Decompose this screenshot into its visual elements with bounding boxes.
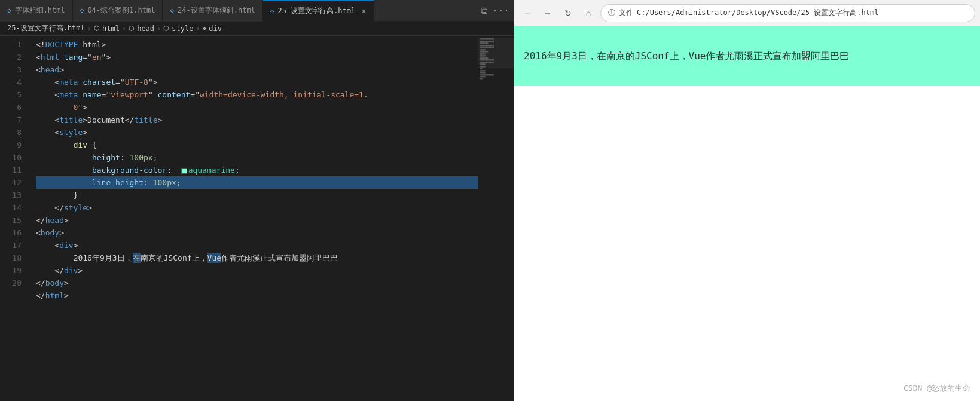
style-icon: ⬡ (163, 25, 169, 32)
tab-bar-actions: ⧉ ··· (476, 5, 514, 16)
code-line-1: <!DOCTYPE html> (36, 38, 478, 51)
tab-25行高[interactable]: ◇ 25-设置文字行高.html ✕ (263, 0, 374, 22)
code-line-18: </div> (36, 264, 478, 277)
address-path: C:/Users/Administrator/Desktop/VScode/25… (637, 8, 878, 18)
div-icon: ❖ (203, 25, 207, 32)
code-line-2: <html lang="en"> (36, 51, 478, 63)
browser-content: 2016年9月3日，在南京的JSConf上，Vue作者尤雨溪正式宣布加盟阿里巴巴… (514, 26, 980, 401)
tab-close-button[interactable]: ✕ (361, 6, 366, 16)
reload-icon: ↻ (564, 8, 572, 18)
code-line-15: <body> (36, 226, 478, 239)
tab-bar: ◇ 字体粗细.html ◇ 04-综合案例1.html ◇ 24-设置字体倾斜.… (0, 0, 514, 22)
code-line-20: </html> (36, 289, 478, 302)
tab-label: 24-设置字体倾斜.html (178, 5, 255, 16)
line-numbers: 1 2 3 4 5 6 7 8 9 10 11 12 13 14 15 16 1… (0, 36, 26, 401)
browser-toolbar: ← → ↻ ⌂ ⓘ 文件 C:/Users/Administrator/Desk… (514, 0, 980, 26)
tab-label: 25-设置文字行高.html (277, 6, 355, 16)
breadcrumb-head-label: head (137, 25, 154, 33)
forward-icon: → (544, 8, 552, 18)
address-bar[interactable]: ⓘ 文件 C:/Users/Administrator/Desktop/VSco… (600, 4, 975, 22)
file-icon: ◇ (270, 7, 274, 15)
code-line-3: <head> (36, 63, 478, 76)
minimap-viewport (478, 38, 514, 68)
more-actions-icon[interactable]: ··· (492, 5, 509, 16)
tab-字体粗细[interactable]: ◇ 字体粗细.html (0, 0, 73, 22)
file-icon: ◇ (7, 7, 11, 14)
code-line-10: background-color: aquamarine; (36, 164, 478, 176)
breadcrumb-div[interactable]: ❖ div (203, 25, 222, 33)
code-content[interactable]: <!DOCTYPE html> <html lang="en"> <head> … (26, 36, 478, 401)
head-icon: ⬡ (129, 25, 135, 32)
tab-24倾斜[interactable]: ◇ 24-设置字体倾斜.html (163, 0, 262, 22)
back-icon: ← (523, 8, 532, 18)
code-line-19: </body> (36, 277, 478, 289)
code-line-5b: 0"> (36, 101, 478, 114)
breadcrumb-html-label: html (102, 25, 120, 33)
code-line-17: 2016年9月3日，在南京的JSConf上，Vue作者尤雨溪正式宣布加盟阿里巴巴 (36, 252, 478, 264)
breadcrumb-style-label: style (172, 25, 193, 33)
tab-label: 字体粗细.html (15, 5, 65, 16)
code-line-14: </head> (36, 214, 478, 226)
code-line-9: height: 100px; (36, 151, 478, 164)
code-line-13: </style> (36, 201, 478, 214)
protocol-label: 文件 (619, 8, 633, 18)
file-icon: ◇ (170, 7, 174, 14)
breadcrumb: 25-设置文字行高.html › ⬡ html › ⬡ head › ⬡ sty… (0, 22, 514, 36)
watermark: CSDN @怒放的生命 (903, 383, 970, 394)
breadcrumb-sep1: › (87, 25, 91, 33)
browser-panel: ← → ↻ ⌂ ⓘ 文件 C:/Users/Administrator/Desk… (514, 0, 980, 401)
code-line-4: <meta charset="UTF-8"> (36, 76, 478, 88)
breadcrumb-sep2: › (122, 25, 126, 33)
color-swatch (181, 168, 187, 174)
lock-icon: ⓘ (608, 8, 615, 18)
code-line-12: } (36, 189, 478, 201)
code-line-6: <title>Document</title> (36, 114, 478, 126)
html-icon: ⬡ (94, 25, 100, 32)
breadcrumb-div-label: div (209, 25, 222, 33)
split-editor-icon[interactable]: ⧉ (481, 5, 487, 16)
tab-04综合案例[interactable]: ◇ 04-综合案例1.html (73, 0, 163, 22)
home-button[interactable]: ⌂ (580, 5, 597, 22)
code-line-7: <style> (36, 126, 478, 139)
file-icon: ◇ (80, 7, 84, 14)
code-line-16: <div> (36, 239, 478, 252)
breadcrumb-sep3: › (157, 25, 161, 33)
breadcrumb-file-label: 25-设置文字行高.html (7, 23, 85, 33)
breadcrumb-head[interactable]: ⬡ head (129, 25, 154, 33)
breadcrumb-sep4: › (196, 25, 200, 33)
home-icon: ⌂ (586, 8, 591, 18)
breadcrumb-style[interactable]: ⬡ style (163, 25, 193, 33)
code-line-5: <meta name="viewport" content="width=dev… (36, 88, 478, 101)
code-area[interactable]: 1 2 3 4 5 6 7 8 9 10 11 12 13 14 15 16 1… (0, 36, 514, 401)
code-line-8: div { (36, 139, 478, 151)
breadcrumb-html[interactable]: ⬡ html (94, 25, 120, 33)
reload-button[interactable]: ↻ (560, 5, 576, 22)
back-button[interactable]: ← (519, 5, 536, 22)
preview-text: 2016年9月3日，在南京的JSConf上，Vue作者尤雨溪正式宣布加盟阿里巴巴 (524, 26, 850, 86)
editor-panel: ◇ 字体粗细.html ◇ 04-综合案例1.html ◇ 24-设置字体倾斜.… (0, 0, 514, 401)
minimap: ████████████████████ ███████████████████… (478, 36, 514, 401)
forward-button[interactable]: → (539, 5, 556, 22)
code-line-11: line-height: 100px; (36, 176, 478, 189)
preview-div: 2016年9月3日，在南京的JSConf上，Vue作者尤雨溪正式宣布加盟阿里巴巴 (514, 26, 980, 86)
tab-label: 04-综合案例1.html (87, 5, 155, 16)
breadcrumb-file[interactable]: 25-设置文字行高.html (7, 23, 85, 33)
